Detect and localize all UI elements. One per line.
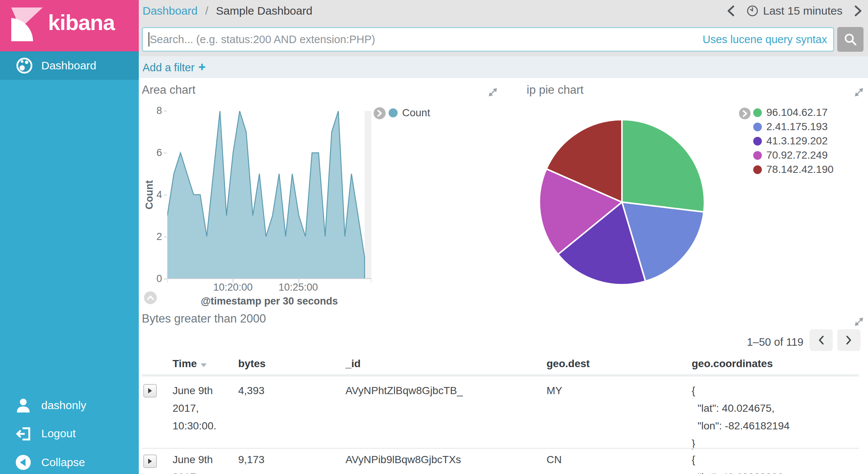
cell-time: 2017, (173, 471, 199, 474)
legend-item[interactable]: 41.3.129.202 (753, 134, 833, 148)
legend-item[interactable]: 78.142.42.190 (753, 162, 833, 177)
cell-time: 10:30:00. (173, 420, 216, 432)
legend-color-dot (753, 137, 762, 146)
legend-label: Count (402, 107, 430, 119)
legend-label: 41.3.129.202 (766, 135, 828, 147)
legend-color-dot (753, 108, 762, 117)
cell-geo-coordinates: { (692, 454, 695, 466)
sidebar-item-user[interactable]: dashonly (0, 395, 139, 416)
column-header-geo-dest[interactable]: geo.dest (547, 358, 590, 370)
y-tick-mark (164, 279, 167, 279)
clock-icon (746, 5, 758, 17)
legend-label: 96.104.62.17 (766, 106, 828, 118)
breadcrumb-separator: / (205, 4, 208, 17)
kibana-logo-icon (6, 4, 48, 46)
legend-item[interactable]: 2.41.175.193 (753, 120, 833, 134)
legend-color-dot (753, 151, 762, 160)
logout-label: Logout (41, 423, 76, 444)
chevron-left-icon (817, 335, 825, 345)
column-header-bytes[interactable]: bytes (238, 358, 266, 370)
search-icon (843, 32, 857, 46)
cell-id: AVyNPib9lBqw8GjbcTXs (345, 454, 461, 466)
x-tick-label: 10:20:00 (201, 282, 265, 293)
x-axis-title: @timestamp per 30 seconds (176, 296, 363, 307)
legend-toggle-icon[interactable] (374, 107, 386, 119)
username-label: dashonly (41, 395, 86, 416)
search-box: Uses lucene query syntax (142, 27, 834, 52)
expand-panel-icon[interactable] (854, 87, 864, 98)
add-filter-link[interactable]: Add a filter+ (143, 56, 206, 78)
column-header-id[interactable]: _id (345, 358, 360, 370)
plus-icon: + (198, 60, 206, 74)
y-tick-label: 6 (139, 147, 162, 159)
logout-icon (15, 425, 32, 442)
y-tick-mark (164, 195, 167, 195)
dashboard-content: Area chart Count 8 6 4 2 0 10:20:00 10:2… (139, 78, 868, 474)
legend-label: 2.41.175.193 (766, 121, 828, 133)
sidebar: kibana Dashboard dashonly Lo (0, 0, 139, 474)
cell-geo-dest: CN (547, 454, 562, 466)
legend-item[interactable]: 70.92.72.249 (753, 148, 833, 162)
kibana-dashboard-app: kibana Dashboard dashonly Lo (0, 0, 868, 474)
search-input[interactable] (143, 28, 706, 51)
lucene-syntax-link[interactable]: Uses lucene query syntax (703, 28, 827, 51)
y-tick-label: 0 (139, 273, 162, 285)
area-chart[interactable] (167, 111, 371, 284)
kibana-wordmark: kibana (48, 10, 115, 35)
sidebar-item-logout[interactable]: Logout (0, 423, 139, 444)
y-tick-mark (164, 111, 167, 111)
legend-color-dot (753, 123, 762, 131)
user-icon (15, 397, 32, 414)
collapse-label: Collapse (41, 452, 85, 473)
y-tick-label: 4 (139, 189, 162, 201)
cell-id: AVyNPhtZlBqw8GjbcTB_ (345, 385, 463, 397)
search-button[interactable] (837, 27, 863, 52)
legend-toggle-icon[interactable] (739, 108, 751, 119)
legend-label: 70.92.72.249 (766, 149, 828, 161)
cell-bytes: 4,393 (238, 385, 264, 397)
legend-color-dot (389, 108, 398, 117)
cell-geo-coordinates: "lat": 40.024675, (692, 402, 775, 414)
breadcrumb-dashboard-link[interactable]: Dashboard (143, 4, 198, 17)
expand-row-button[interactable] (143, 384, 157, 398)
cell-geo-coordinates: "lat": 40.63333306, (692, 471, 786, 474)
pagination-prev-button[interactable] (809, 329, 833, 351)
chevron-right-icon (845, 335, 853, 345)
legend-item[interactable]: Count (389, 106, 430, 120)
filter-bar: Add a filter+ (139, 56, 868, 78)
caret-right-icon (148, 459, 152, 464)
collapse-icon (15, 454, 32, 471)
sidebar-item-collapse[interactable]: Collapse (0, 452, 139, 473)
cell-geo-coordinates: "lon": -82.46182194 (692, 420, 790, 432)
column-header-geo-coordinates[interactable]: geo.coordinates (692, 358, 773, 370)
legend-item[interactable]: 96.104.62.17 (753, 105, 833, 120)
time-forward-icon[interactable] (854, 4, 863, 17)
y-tick-label: 2 (139, 231, 162, 243)
time-back-icon[interactable] (726, 4, 735, 17)
pie-chart-legend: 96.104.62.172.41.175.19341.3.129.20270.9… (753, 105, 833, 177)
expand-panel-icon[interactable] (488, 87, 498, 98)
cell-time: June 9th (173, 385, 213, 397)
pie-slice[interactable] (622, 120, 704, 212)
y-tick-mark (164, 153, 167, 153)
legend-label: 78.142.42.190 (766, 164, 833, 176)
caret-right-icon (148, 388, 152, 393)
sidebar-item-dashboard[interactable]: Dashboard (0, 51, 139, 80)
row-divider (142, 448, 859, 449)
pagination-next-button[interactable] (837, 329, 860, 351)
expand-panel-icon[interactable] (854, 316, 864, 327)
area-chart-panel-title: Area chart (142, 83, 195, 97)
pie-chart[interactable] (538, 118, 706, 286)
time-range-label[interactable]: Last 15 minutes (763, 4, 842, 17)
cell-geo-dest: MY (547, 385, 562, 397)
cell-geo-coordinates: { (692, 385, 695, 397)
collapse-chart-icon[interactable] (144, 291, 157, 304)
kibana-logo[interactable]: kibana (0, 0, 139, 51)
table-panel-title: Bytes greater than 2000 (142, 312, 266, 326)
expand-row-button[interactable] (143, 454, 157, 468)
table-header-divider (142, 374, 859, 376)
x-tick-label: 10:25:00 (266, 282, 330, 293)
time-picker: Last 15 minutes (726, 2, 863, 20)
pie-chart-panel-title: ip pie chart (527, 83, 584, 97)
column-header-time[interactable]: Time (173, 358, 207, 370)
